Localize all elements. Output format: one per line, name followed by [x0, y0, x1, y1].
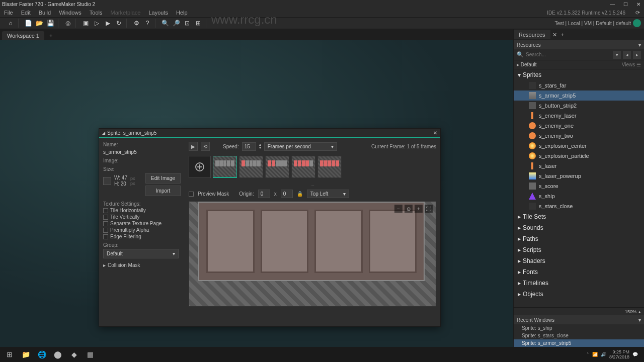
chevron-right-icon[interactable]: ▸	[517, 62, 519, 67]
add-frame-button[interactable]	[189, 156, 211, 178]
debug-icon[interactable]: ▶	[103, 19, 112, 28]
sprite-name-input[interactable]	[103, 148, 181, 156]
drag-handle-icon[interactable]: ⋯	[189, 183, 436, 188]
add-tab-icon[interactable]: +	[559, 32, 566, 38]
tree-item-enemy-two[interactable]: s_enemy_two	[514, 131, 644, 141]
file-explorer-icon[interactable]: 📁	[18, 348, 33, 361]
sprites-folder[interactable]: ▶Sprites	[514, 69, 644, 80]
app-icon[interactable]: ▦	[83, 348, 98, 361]
preview-zoom-reset-icon[interactable]: ⊙	[405, 205, 413, 213]
tile-v-checkbox[interactable]	[103, 215, 108, 220]
close-button[interactable]: ✕	[635, 2, 642, 7]
edit-image-button[interactable]: Edit Image	[145, 173, 181, 184]
target-settings-icon[interactable]	[633, 19, 641, 27]
preview-mask-checkbox[interactable]	[189, 192, 194, 197]
zoom-in-icon[interactable]: 🔍	[160, 19, 170, 28]
zoom-stepper-icon[interactable]: ▴	[638, 309, 641, 314]
recent-windows-header[interactable]: Recent Windows ▾	[514, 315, 644, 324]
debug-target-icon[interactable]: ◎	[63, 19, 72, 28]
scripts-folder[interactable]: ▶Scripts	[514, 244, 644, 255]
chrome-icon[interactable]: 🌐	[34, 348, 49, 361]
menu-help[interactable]: Help	[176, 10, 188, 16]
sprite-preview-canvas[interactable]: − ⊙ + ⛶	[189, 201, 436, 307]
search-dropdown-icon[interactable]: ▾	[613, 51, 621, 59]
menu-windows[interactable]: Windows	[59, 10, 82, 16]
save-icon[interactable]: 💾	[46, 19, 55, 28]
preview-zoom-out-icon[interactable]: −	[394, 205, 403, 213]
open-icon[interactable]: 📂	[35, 19, 44, 28]
start-button[interactable]: ⊞	[2, 348, 17, 361]
obs-icon[interactable]: ⬤	[50, 348, 65, 361]
sprite-close-button[interactable]: ✕	[433, 130, 437, 136]
menu-build[interactable]: Build	[39, 10, 51, 16]
close-tab-icon[interactable]: ✕	[550, 32, 559, 38]
collision-mask-section[interactable]: ▸ Collision Mask	[103, 262, 181, 268]
premult-checkbox[interactable]	[103, 228, 108, 233]
workspace-area[interactable]: www.rrcg.cn ◢ Sprite: s_armor_strip5 ✕ N…	[0, 40, 513, 347]
tree-item-armor[interactable]: s_armor_strip5	[514, 90, 644, 101]
help-icon[interactable]: ?	[143, 19, 152, 28]
home-icon[interactable]: ⌂	[6, 19, 15, 28]
origin-anchor-select[interactable]: Top Left ▾	[307, 190, 350, 198]
collapse-icon[interactable]: ◢	[102, 131, 105, 135]
origin-x-input[interactable]	[258, 190, 270, 198]
tree-item-explosion-center[interactable]: s_explosion_center	[514, 141, 644, 151]
timelines-folder[interactable]: ▶Timelines	[514, 278, 644, 289]
minimize-button[interactable]: —	[609, 2, 616, 7]
frame-thumb-5[interactable]	[317, 156, 342, 178]
fps-select[interactable]: Frames per second ▾	[264, 142, 337, 151]
fonts-folder[interactable]: ▶Fonts	[514, 266, 644, 278]
workspace-tab-1[interactable]: Workspace 1	[2, 31, 44, 40]
tray-network-icon[interactable]: 📶	[592, 352, 598, 357]
menu-edit[interactable]: Edit	[21, 10, 31, 16]
menu-layouts[interactable]: Layouts	[148, 10, 168, 16]
chevron-down-icon[interactable]: ▾	[638, 42, 641, 48]
tree-item-explosion-particle[interactable]: s_explosion_particle	[514, 151, 644, 161]
frame-thumb-4[interactable]	[291, 156, 315, 178]
import-button[interactable]: Import	[145, 186, 181, 196]
tray-up-icon[interactable]: ˄	[587, 352, 589, 357]
preview-zoom-in-icon[interactable]: +	[415, 205, 423, 213]
run-icon[interactable]: ▷	[92, 19, 101, 28]
build-icon[interactable]: ▣	[81, 19, 90, 28]
sprite-editor-titlebar[interactable]: ◢ Sprite: s_armor_strip5 ✕	[99, 129, 440, 138]
loop-button[interactable]: ⟲	[201, 142, 210, 151]
sep-page-checkbox[interactable]	[103, 221, 108, 226]
sync-icon[interactable]: ⟳	[635, 10, 640, 16]
gamemaker-icon[interactable]: ◆	[66, 348, 82, 361]
tree-item-laser[interactable]: s_laser	[514, 161, 644, 171]
speed-input[interactable]	[242, 142, 256, 151]
recent-item-armor[interactable]: Sprite: s_armor_strip5	[514, 339, 644, 347]
menu-tools[interactable]: Tools	[90, 10, 103, 16]
origin-y-input[interactable]	[281, 190, 293, 198]
resource-tree[interactable]: ▶Sprites s_stars_far s_armor_strip5 s_bu…	[514, 69, 644, 307]
tree-item-button[interactable]: s_button_strip2	[514, 101, 644, 111]
target-info[interactable]: Test | Local | VM | Default | default	[554, 21, 631, 26]
zoom-reset-icon[interactable]: ⊡	[183, 19, 192, 28]
add-workspace-button[interactable]: +	[45, 31, 56, 40]
tilesets-folder[interactable]: ▶Tile Sets	[514, 211, 644, 222]
resize-icon[interactable]	[103, 177, 111, 185]
taskbar-clock[interactable]: 9:25 PM 8/27/2018	[609, 349, 629, 359]
resources-search-input[interactable]	[526, 52, 611, 57]
tray-volume-icon[interactable]: 🔊	[601, 352, 606, 357]
edge-filter-checkbox[interactable]	[103, 234, 108, 239]
tree-item-ship[interactable]: s_ship	[514, 191, 644, 201]
preview-fullscreen-icon[interactable]: ⛶	[425, 205, 433, 213]
docking-icon[interactable]: ⊞	[194, 19, 203, 28]
tree-item-stars-close[interactable]: s_stars_close	[514, 201, 644, 211]
nav-back-icon[interactable]: ◂	[623, 51, 631, 59]
game-options-icon[interactable]: ⚙	[132, 19, 141, 28]
nav-forward-icon[interactable]: ▸	[633, 51, 641, 59]
tree-item-enemy-laser[interactable]: s_enemy_laser	[514, 111, 644, 121]
notifications-icon[interactable]: 💬	[632, 352, 638, 357]
tree-item-stars-far[interactable]: s_stars_far	[514, 80, 644, 90]
paths-folder[interactable]: ▶Paths	[514, 233, 644, 244]
new-icon[interactable]: 📄	[24, 19, 33, 28]
tree-item-score[interactable]: s_score	[514, 181, 644, 191]
frame-thumb-2[interactable]	[239, 156, 263, 178]
recent-item-stars[interactable]: Sprite: s_stars_close	[514, 332, 644, 339]
zoom-out-icon[interactable]: 🔎	[172, 19, 181, 28]
speed-stepper-icon[interactable]: ▴▾	[259, 143, 261, 149]
recent-item-ship[interactable]: Sprite: s_ship	[514, 324, 644, 332]
